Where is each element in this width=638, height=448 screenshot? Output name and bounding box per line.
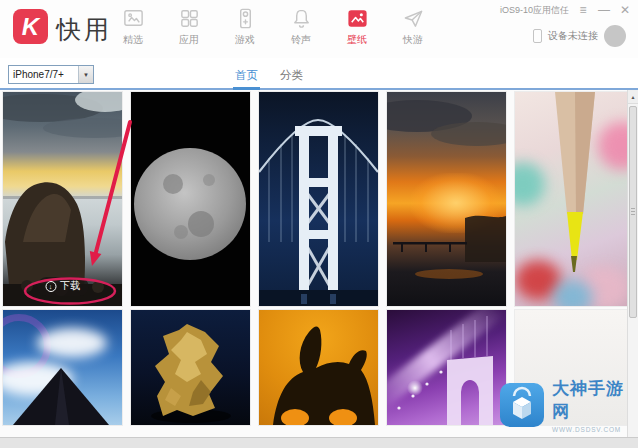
trust-mode-label: iOS9-10应用信任 <box>500 4 569 17</box>
window-titlebar: iOS9-10应用信任 ≡ — ✕ <box>500 3 632 17</box>
phone-icon <box>533 29 542 43</box>
wallpaper-thumbnail-purple-bridge[interactable] <box>387 310 506 425</box>
wallpaper-thumbnail-fiery-sunset-beach[interactable] <box>387 92 506 306</box>
menu-button[interactable]: ≡ <box>576 3 590 17</box>
nav-item-quick-play[interactable]: 快游 <box>390 7 436 47</box>
device-select-value: iPhone7/7+ <box>9 66 78 83</box>
device-status: 设备未连接 <box>548 29 598 43</box>
apps-icon <box>178 7 201 30</box>
subheader: iPhone7/7+ ▼ 首页 分类 <box>0 58 638 90</box>
nav-label: 铃声 <box>291 33 311 47</box>
featured-icon <box>122 7 145 30</box>
download-icon: ↓ <box>45 281 56 292</box>
wallpaper-thumbnail-bridge-night[interactable] <box>259 92 378 306</box>
nav-label: 游戏 <box>235 33 255 47</box>
nav-item-featured[interactable]: 精选 <box>110 7 156 47</box>
scrollbar-up-button[interactable]: ▲ <box>628 90 638 104</box>
nav-item-ringtones[interactable]: 铃声 <box>278 7 324 47</box>
nav-label: 精选 <box>123 33 143 47</box>
dropdown-arrow-icon[interactable]: ▼ <box>78 66 93 83</box>
status-bar <box>0 437 638 448</box>
nav-label: 快游 <box>403 33 423 47</box>
close-button[interactable]: ✕ <box>618 3 632 17</box>
header: K 快用 精选 应用 <box>0 0 638 58</box>
wallpaper-thumbnail-colored-pencil[interactable] <box>515 92 634 306</box>
nav-label: 应用 <box>179 33 199 47</box>
wallpaper-thumbnail-sunset-rocks[interactable]: ↓ 下载 <box>3 92 122 306</box>
main-nav: 精选 应用 游戏 <box>110 7 436 47</box>
scrollbar-grip <box>631 208 635 215</box>
wallpaper-thumbnail-orange-silhouette[interactable] <box>259 310 378 425</box>
watermark-site-url: www.dsdsv.com <box>552 426 638 433</box>
watermark-text: 大神手游网 www.dsdsv.com <box>552 377 638 433</box>
tab-categories[interactable]: 分类 <box>278 64 305 90</box>
device-select[interactable]: iPhone7/7+ ▼ <box>8 65 94 84</box>
watermark: 大神手游网 www.dsdsv.com <box>500 377 638 433</box>
app-title: 快用 <box>56 13 112 46</box>
wallpaper-icon <box>346 7 369 30</box>
nav-item-games[interactable]: 游戏 <box>222 7 268 47</box>
download-label: 下载 <box>60 279 80 293</box>
device-status-row: 设备未连接 <box>533 25 626 47</box>
tab-home[interactable]: 首页 <box>233 64 260 90</box>
wallpaper-thumbnail-gold-nugget[interactable] <box>131 310 250 425</box>
avatar[interactable] <box>604 25 626 47</box>
kuaiyong-logo-icon: K <box>13 9 48 44</box>
nav-label: 壁纸 <box>347 33 367 47</box>
ringtone-icon <box>290 7 313 30</box>
watermark-cube-icon <box>500 383 544 427</box>
download-button[interactable]: ↓ 下载 <box>37 277 88 296</box>
quick-play-icon <box>402 7 425 30</box>
scrollbar-thumb[interactable] <box>629 106 637 318</box>
minimize-button[interactable]: — <box>597 3 611 17</box>
wallpaper-thumbnail-full-moon[interactable] <box>131 92 250 306</box>
nav-item-wallpapers[interactable]: 壁纸 <box>334 7 380 47</box>
games-icon <box>234 7 257 30</box>
nav-item-apps[interactable]: 应用 <box>166 7 212 47</box>
kuaiyong-window: K 快用 精选 应用 <box>0 0 638 448</box>
watermark-site-name: 大神手游网 <box>552 377 638 423</box>
wallpaper-thumbnail-clouds-pyramid[interactable] <box>3 310 122 425</box>
page-tabs: 首页 分类 <box>233 64 305 90</box>
